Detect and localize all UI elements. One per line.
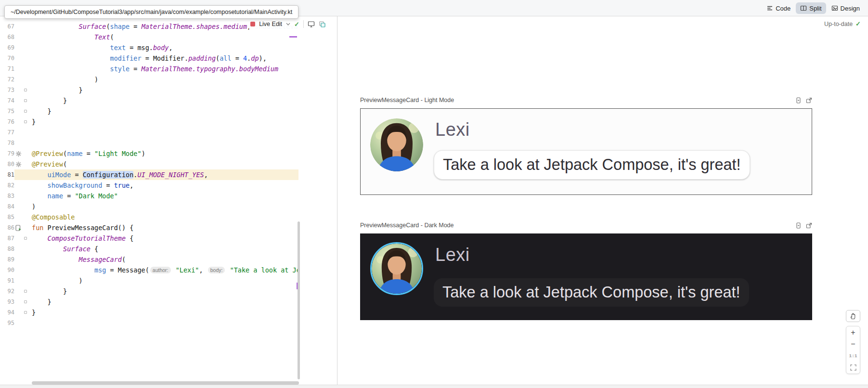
parameter-hint-chip[interactable]: author: [150, 267, 171, 273]
code-line[interactable]: 69 text = msg.body, [0, 42, 298, 53]
line-number[interactable]: 72 [0, 74, 14, 85]
design-mode-icon [831, 5, 838, 12]
line-number[interactable]: 95 [0, 318, 14, 328]
line-number[interactable]: 77 [0, 127, 14, 138]
code-line[interactable]: 76} [0, 116, 298, 127]
code-line[interactable]: 78 [0, 138, 298, 148]
line-number[interactable]: 75 [0, 106, 14, 116]
zoom-out-button[interactable]: − [847, 339, 859, 349]
code-line[interactable]: 93 } [0, 297, 298, 307]
code-line[interactable]: 68 Text( [0, 32, 298, 42]
line-number[interactable]: 83 [0, 191, 14, 201]
line-number[interactable]: 76 [0, 116, 14, 127]
zoom-actual-size-button[interactable]: 1:1 [847, 350, 859, 361]
run-preview-gutter-icon[interactable] [15, 225, 22, 231]
horizontal-scrollbar[interactable] [32, 381, 299, 385]
code-line[interactable]: 74 } [0, 95, 298, 106]
run-preview-icon[interactable] [795, 222, 802, 229]
code-text: } [29, 297, 298, 307]
line-number[interactable]: 91 [0, 275, 14, 286]
fold-marker-icon[interactable] [24, 290, 27, 293]
fold-marker-icon[interactable] [24, 311, 27, 314]
fold-marker-icon[interactable] [24, 120, 27, 123]
gutter-icon-slot [14, 201, 22, 212]
code-line[interactable]: 86fun PreviewMessageCard() { [0, 222, 298, 233]
zoom-to-fit-button[interactable] [847, 362, 859, 373]
breadcrumb[interactable]: ~/Development/GitHub/ComposeTutorial3/ap… [4, 5, 298, 19]
line-number[interactable]: 71 [0, 64, 14, 74]
code-line[interactable]: 90 msg = Message(author: "Lexi", body: "… [0, 265, 298, 275]
code-line[interactable]: 88 Surface { [0, 244, 298, 254]
code-line[interactable]: 79@Preview(name = "Light Mode") [0, 148, 298, 159]
line-number[interactable]: 88 [0, 244, 14, 254]
live-edit-label[interactable]: Live Edit [259, 21, 282, 27]
line-number[interactable]: 87 [0, 233, 14, 244]
line-number[interactable]: 81 [0, 169, 14, 180]
code-line[interactable]: 77 [0, 127, 298, 138]
line-number[interactable]: 86 [0, 222, 14, 233]
code-text: ComposeTutorialTheme { [29, 233, 298, 244]
preview-settings-gear-icon[interactable] [15, 151, 22, 157]
code-line[interactable]: 82 showBackground = true, [0, 180, 298, 191]
line-number[interactable]: 73 [0, 85, 14, 95]
line-number[interactable]: 74 [0, 95, 14, 106]
line-number[interactable]: 69 [0, 42, 14, 53]
line-number[interactable]: 93 [0, 297, 14, 307]
line-number[interactable]: 85 [0, 212, 14, 222]
line-number[interactable]: 80 [0, 159, 14, 169]
layers-icon[interactable] [319, 21, 326, 28]
ui-check-mode-icon[interactable] [308, 21, 315, 27]
fold-slot [22, 116, 29, 127]
code-line[interactable]: 91 ) [0, 275, 298, 286]
line-number[interactable]: 90 [0, 265, 14, 275]
mode-button-code[interactable]: Code [762, 2, 795, 14]
editor-panel: 67 Surface(shape = MaterialTheme.shapes.… [0, 16, 337, 388]
line-number[interactable]: 78 [0, 138, 14, 148]
line-number[interactable]: 89 [0, 254, 14, 265]
code-line[interactable]: 83 name = "Dark Mode" [0, 191, 298, 201]
code-line[interactable]: 71 style = MaterialTheme.typography.body… [0, 64, 298, 74]
code-line[interactable]: 94} [0, 307, 298, 318]
line-number[interactable]: 94 [0, 307, 14, 318]
parameter-hint-chip[interactable]: body: [208, 267, 225, 273]
line-number[interactable]: 82 [0, 180, 14, 191]
code-line[interactable]: 75 } [0, 106, 298, 116]
fold-marker-icon[interactable] [24, 110, 27, 113]
preview-title: PreviewMessageCard - Light Mode [360, 97, 795, 103]
code-line[interactable]: 70 modifier = Modifier.padding(all = 4.d… [0, 53, 298, 64]
line-number[interactable]: 84 [0, 201, 14, 212]
line-number[interactable]: 70 [0, 53, 14, 64]
code-line[interactable]: 72 ) [0, 74, 298, 85]
code-text: @Preview( [29, 159, 298, 169]
code-line[interactable]: 84) [0, 201, 298, 212]
code-line[interactable]: 92 } [0, 286, 298, 297]
line-number[interactable]: 92 [0, 286, 14, 297]
run-preview-icon[interactable] [795, 97, 802, 103]
line-number[interactable]: 79 [0, 148, 14, 159]
code-line[interactable]: 73 } [0, 85, 298, 95]
code-line[interactable]: 95 [0, 318, 298, 328]
line-number[interactable]: 67 [0, 21, 14, 32]
zoom-in-button[interactable]: + [847, 327, 859, 338]
code-line[interactable]: 89 MessageCard( [0, 254, 298, 265]
mode-button-split[interactable]: Split [796, 2, 826, 14]
preview-settings-gear-icon[interactable] [15, 161, 22, 168]
code-line[interactable]: 87 ComposeTutorialTheme { [0, 233, 298, 244]
gutter-icon-slot [14, 169, 22, 180]
code-line[interactable]: 81 uiMode = Configuration.UI_MODE_NIGHT_… [0, 169, 298, 180]
fold-marker-icon[interactable] [24, 99, 27, 102]
code-line[interactable]: 85@Composable [0, 212, 298, 222]
fold-marker-icon[interactable] [24, 237, 27, 240]
chevron-down-icon[interactable] [286, 23, 290, 26]
fold-marker-icon[interactable] [24, 89, 27, 91]
code-text: msg = Message(author: "Lexi", body: "Tak… [29, 265, 298, 275]
pan-button[interactable] [846, 310, 860, 322]
line-number[interactable]: 68 [0, 32, 14, 42]
mode-button-design[interactable]: Design [827, 2, 864, 14]
code-text [29, 318, 298, 328]
open-in-new-window-icon[interactable] [806, 97, 812, 103]
fold-marker-icon[interactable] [24, 300, 27, 303]
code-line[interactable]: 80@Preview( [0, 159, 298, 169]
open-in-new-window-icon[interactable] [806, 222, 812, 229]
vertical-scrollbar[interactable] [298, 221, 300, 379]
